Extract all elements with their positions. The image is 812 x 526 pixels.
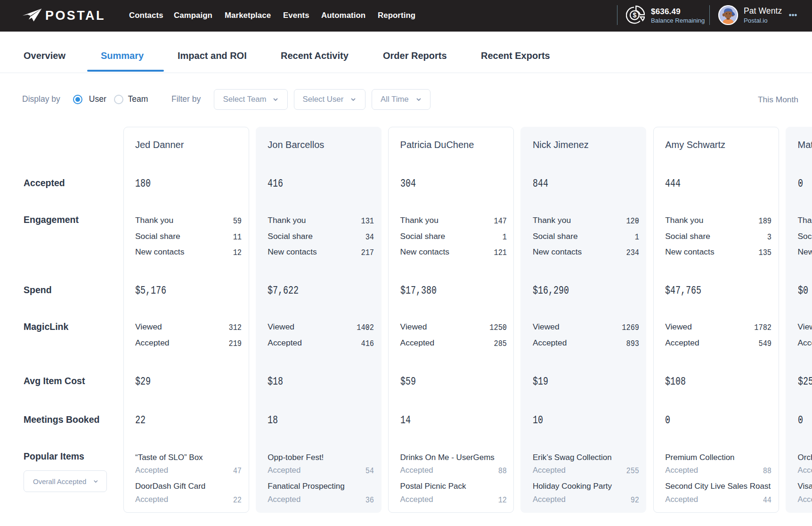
svg-text:$: $	[633, 11, 636, 19]
